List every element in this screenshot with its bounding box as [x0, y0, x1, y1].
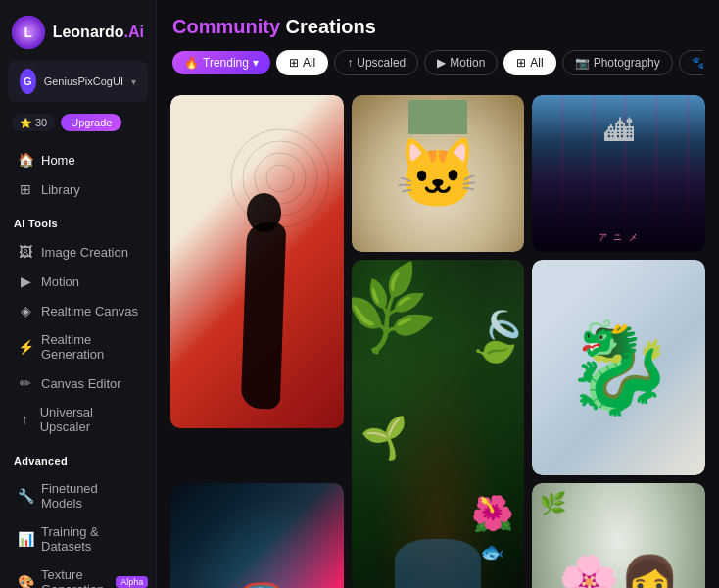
sidebar-item-finetuned-models[interactable]: 🔧 Finetuned Models	[4, 474, 152, 517]
filter-upscaled[interactable]: ↑ Upscaled	[334, 50, 418, 75]
image-car-engine: 🚗	[170, 483, 344, 588]
upscale-filter-icon: ↑	[347, 56, 353, 70]
photography-icon: 📷	[575, 56, 590, 70]
sidebar-texture-label: Texture Generation	[41, 567, 104, 588]
finetuned-icon: 🔧	[18, 488, 33, 504]
svg-text:L: L	[24, 24, 33, 40]
all-label-1: All	[303, 56, 315, 70]
credits-count: 30	[35, 117, 47, 128]
image-creation-icon: 🖼	[18, 244, 33, 260]
gallery-item-5[interactable]: 🐉	[532, 260, 705, 475]
car-glow	[170, 483, 344, 588]
filter-animals[interactable]: 🐾 Animals	[679, 50, 703, 75]
image-dragon: 🐉	[532, 260, 705, 475]
user-area[interactable]: G GeniusPixCogUI ▾	[8, 61, 148, 102]
gallery-item-6[interactable]: 🚗	[170, 483, 344, 588]
figure-silhouette	[241, 221, 287, 409]
sidebar-library-label: Library	[41, 182, 80, 197]
image-woman-silhouette	[170, 95, 344, 428]
title-community: Community	[172, 16, 280, 37]
image-portrait: 🌸👩 🌿	[532, 483, 705, 588]
sidebar-item-texture-generation[interactable]: 🎨 Texture Generation Alpha	[4, 561, 152, 588]
photography-label: Photography	[594, 56, 660, 70]
filter-all-1[interactable]: ⊞ All	[276, 50, 328, 75]
coin-icon: ⭐	[20, 118, 31, 128]
upscaled-label: Upscaled	[357, 56, 406, 70]
sidebar: L Leonardo.Ai G GeniusPixCogUI ▾ ⭐ 30 Up…	[0, 0, 157, 588]
advanced-section-label: Advanced	[0, 445, 156, 470]
sidebar-realtime-canvas-label: Realtime Canvas	[41, 304, 138, 318]
page-title: Community Creations	[172, 16, 703, 38]
top-bar: Community Creations 🔥 Trending ▾ ⊞ All ↑…	[157, 0, 719, 85]
image-tokyo: 🏙 ア ニ メ	[532, 95, 705, 252]
nav-main: 🏠 Home ⊞ Library	[0, 141, 156, 208]
credits-badge: ⭐ 30	[12, 114, 55, 131]
alpha-badge: Alpha	[116, 576, 148, 588]
sidebar-item-training[interactable]: 📊 Training & Datasets	[4, 517, 152, 561]
nav-ai-tools: 🖼 Image Creation ▶ Motion ◈ Realtime Can…	[0, 233, 156, 445]
username-label: GeniusPixCogUI	[44, 75, 123, 87]
logo-text: Leonardo.Ai	[53, 24, 144, 41]
sidebar-home-label: Home	[41, 153, 75, 168]
realtime-canvas-icon: ◈	[18, 303, 33, 318]
sidebar-upscaler-label: Universal Upscaler	[40, 405, 138, 434]
sidebar-image-creation-label: Image Creation	[41, 245, 128, 260]
filter-bar: 🔥 Trending ▾ ⊞ All ↑ Upscaled ▶ Motion ⊞…	[172, 50, 703, 75]
sidebar-finetuned-label: Finetuned Models	[41, 481, 138, 511]
gallery-item-3[interactable]: 🏙 ア ニ メ	[532, 95, 705, 252]
gallery-item-7[interactable]: 🌸👩 🌿	[532, 483, 705, 588]
svg-point-5	[266, 165, 294, 192]
chevron-down-icon: ▾	[131, 76, 136, 87]
image-cat: 🐱	[352, 95, 525, 252]
sidebar-item-image-creation[interactable]: 🖼 Image Creation	[4, 237, 152, 267]
realtime-gen-icon: ⚡	[18, 339, 33, 355]
texture-icon: 🎨	[18, 574, 33, 588]
sidebar-item-home[interactable]: 🏠 Home	[4, 145, 152, 174]
all-label-2: All	[530, 56, 543, 70]
chevron-icon: ▾	[253, 56, 259, 70]
sidebar-canvas-editor-label: Canvas Editor	[41, 376, 121, 391]
upscaler-icon: ↑	[18, 412, 32, 427]
gallery-item-1[interactable]	[170, 95, 344, 475]
title-creations: Creations	[280, 16, 376, 37]
nav-advanced: 🔧 Finetuned Models 📊 Training & Datasets…	[0, 470, 156, 588]
image-jungle: 🌿 🍃 🌱 🌺 🐟	[352, 260, 525, 588]
sidebar-item-universal-upscaler[interactable]: ↑ Universal Upscaler	[4, 398, 152, 441]
main-content: Community Creations 🔥 Trending ▾ ⊞ All ↑…	[157, 0, 719, 588]
sidebar-item-canvas-editor[interactable]: ✏ Canvas Editor	[4, 368, 152, 398]
gallery-grid: 🐱 🏙 ア ニ メ 🌿 🍃 🌱	[170, 95, 705, 588]
filter-trending[interactable]: 🔥 Trending ▾	[172, 51, 270, 74]
ai-tools-section-label: AI Tools	[0, 208, 156, 233]
gallery-item-4[interactable]: 🌿 🍃 🌱 🌺 🐟	[352, 260, 525, 588]
logo-avatar: L	[12, 16, 45, 49]
fire-icon: 🔥	[184, 56, 199, 70]
sidebar-training-label: Training & Datasets	[41, 524, 138, 554]
trending-label: Trending	[203, 56, 249, 70]
sidebar-item-motion[interactable]: ▶ Motion	[4, 267, 152, 296]
animals-icon: 🐾	[692, 56, 703, 70]
motion-icon: ▶	[18, 273, 33, 289]
credits-area: ⭐ 30 Upgrade	[0, 110, 156, 141]
motion-label: Motion	[450, 56, 485, 70]
gallery: 🐱 🏙 ア ニ メ 🌿 🍃 🌱	[157, 85, 719, 588]
logo-area: L Leonardo.Ai	[0, 0, 156, 61]
sidebar-realtime-gen-label: Realtime Generation	[41, 332, 138, 362]
filter-photography[interactable]: 📷 Photography	[562, 50, 673, 75]
filter-motion[interactable]: ▶ Motion	[424, 50, 498, 75]
home-icon: 🏠	[18, 152, 33, 168]
motion-filter-icon: ▶	[437, 56, 446, 70]
sidebar-motion-label: Motion	[41, 274, 79, 289]
sidebar-item-library[interactable]: ⊞ Library	[4, 174, 152, 204]
library-icon: ⊞	[18, 181, 33, 197]
user-icon: G	[20, 69, 36, 94]
gallery-item-2[interactable]: 🐱	[352, 95, 525, 252]
image-inner	[170, 95, 344, 428]
grid-icon-2: ⊞	[516, 56, 526, 70]
sidebar-item-realtime-generation[interactable]: ⚡ Realtime Generation	[4, 325, 152, 368]
canvas-editor-icon: ✏	[18, 375, 33, 391]
upgrade-button[interactable]: Upgrade	[61, 114, 121, 131]
sidebar-item-realtime-canvas[interactable]: ◈ Realtime Canvas	[4, 296, 152, 325]
filter-all-2[interactable]: ⊞ All	[503, 50, 555, 75]
grid-icon-1: ⊞	[289, 56, 299, 70]
training-icon: 📊	[18, 531, 33, 547]
